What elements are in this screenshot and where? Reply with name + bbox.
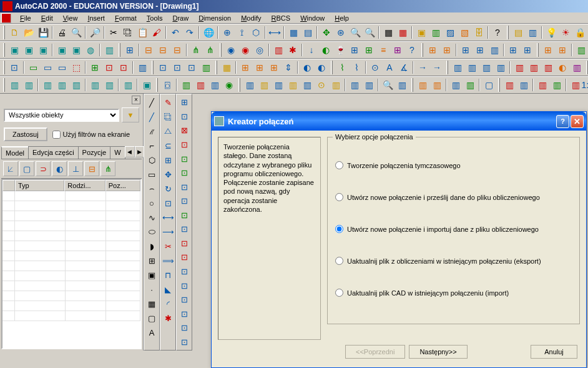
b27-icon[interactable]: ⊞ bbox=[426, 43, 439, 57]
v3-15-icon[interactable]: ⊡ bbox=[177, 293, 191, 307]
polygon-icon[interactable]: ⬡ bbox=[145, 153, 159, 167]
match-icon[interactable]: 🖌 bbox=[150, 26, 164, 39]
toolbar-grip[interactable] bbox=[215, 61, 217, 74]
table-row[interactable] bbox=[2, 311, 140, 321]
d30-icon[interactable]: ▢ bbox=[482, 78, 496, 92]
pline-icon[interactable]: ⌐ bbox=[145, 139, 159, 152]
c30-icon[interactable]: ▥ bbox=[479, 61, 493, 74]
point-icon[interactable]: · bbox=[145, 282, 159, 296]
endpoint-icon[interactable]: ⟟ bbox=[235, 26, 248, 39]
c27-icon[interactable]: → bbox=[430, 61, 444, 74]
circle-icon[interactable]: ○ bbox=[145, 196, 159, 210]
v3-9-icon[interactable]: ⊡ bbox=[177, 209, 191, 222]
c22-icon[interactable]: ⌇ bbox=[350, 61, 363, 74]
zoom-rt-icon[interactable]: ⊛ bbox=[334, 26, 348, 39]
t4-icon[interactable]: ▧ bbox=[458, 26, 471, 39]
c29-icon[interactable]: ▥ bbox=[465, 61, 479, 74]
mt4-icon[interactable]: ◐ bbox=[52, 161, 67, 176]
dialog-close-button[interactable]: ✕ bbox=[571, 115, 584, 128]
table-row[interactable] bbox=[2, 281, 140, 291]
sun-icon[interactable]: ☀ bbox=[559, 26, 572, 39]
xline-icon[interactable]: ╱ bbox=[145, 110, 159, 124]
d2-icon[interactable]: ▥ bbox=[22, 78, 36, 92]
d36-icon[interactable]: 1:20 bbox=[583, 78, 588, 92]
d16-icon[interactable]: ▥ bbox=[257, 78, 271, 92]
c28-icon[interactable]: ▥ bbox=[451, 61, 464, 74]
menu-draw[interactable]: Draw bbox=[167, 13, 194, 23]
b31-icon[interactable]: ▥ bbox=[488, 43, 501, 57]
b2-icon[interactable]: ▣ bbox=[22, 43, 36, 57]
b22-icon[interactable]: ⊞ bbox=[348, 43, 361, 57]
c16-icon[interactable]: ⊞ bbox=[253, 61, 267, 74]
mt1-icon[interactable]: ⟀ bbox=[3, 161, 18, 176]
c35-icon[interactable]: ◐ bbox=[556, 61, 569, 74]
radio-input-4[interactable] bbox=[335, 257, 343, 265]
toolbar-grip[interactable] bbox=[537, 43, 539, 57]
bulb-icon[interactable]: 💡 bbox=[544, 26, 558, 39]
b13-icon[interactable]: ⋔ bbox=[203, 43, 217, 57]
c24-icon[interactable]: A bbox=[383, 61, 396, 74]
menu-modify[interactable]: Modify bbox=[236, 13, 266, 23]
toolbar-grip[interactable] bbox=[156, 78, 158, 92]
menu-tools[interactable]: Tools bbox=[142, 13, 168, 23]
toolbar-grip[interactable] bbox=[411, 78, 413, 92]
erase-icon[interactable]: ✎ bbox=[161, 96, 175, 109]
spline-icon[interactable]: ∿ bbox=[145, 211, 159, 224]
offset-icon[interactable]: ⊆ bbox=[161, 139, 175, 152]
c25-icon[interactable]: ∡ bbox=[397, 61, 411, 74]
c15-icon[interactable]: ⊞ bbox=[238, 61, 252, 74]
menu-dimension[interactable]: Dimension bbox=[194, 13, 236, 23]
move-icon[interactable]: ✥ bbox=[161, 167, 175, 181]
b36-icon[interactable]: ▥ bbox=[574, 43, 588, 57]
b24-icon[interactable]: ≡ bbox=[376, 43, 390, 57]
zoom-prev-icon[interactable]: 🔍 bbox=[363, 26, 376, 39]
v3-3-icon[interactable]: ⊠ bbox=[177, 124, 191, 137]
dialog-cancel-button[interactable]: Anuluj bbox=[531, 345, 577, 359]
new-icon[interactable]: 🗋 bbox=[7, 26, 21, 39]
v3-1-icon[interactable]: ⊞ bbox=[177, 96, 191, 109]
v3-5-icon[interactable]: ⊡ bbox=[177, 152, 191, 166]
d19-icon[interactable]: ▥ bbox=[300, 78, 314, 92]
d17-icon[interactable]: ▥ bbox=[272, 78, 285, 92]
c32-icon[interactable]: ▥ bbox=[512, 61, 526, 74]
t1-icon[interactable]: ▣ bbox=[414, 26, 428, 39]
b30-icon[interactable]: ⊞ bbox=[473, 43, 487, 57]
c20-icon[interactable]: ◐ bbox=[315, 61, 328, 74]
v3-11-icon[interactable]: ⊡ bbox=[177, 237, 191, 251]
tab-model[interactable]: Model bbox=[1, 146, 29, 159]
c1-icon[interactable]: ⊡ bbox=[7, 61, 21, 74]
use-filters-checkbox[interactable] bbox=[52, 131, 61, 139]
array-icon[interactable]: ⊞ bbox=[161, 153, 175, 167]
c18-icon[interactable]: ⇕ bbox=[282, 61, 295, 74]
d24-icon[interactable]: 🔍 bbox=[381, 78, 394, 92]
radio-input-1[interactable] bbox=[335, 161, 343, 169]
c23-icon[interactable]: ⊙ bbox=[368, 61, 382, 74]
d31-icon[interactable]: ▥ bbox=[502, 78, 516, 92]
dist-icon[interactable]: ⟷ bbox=[268, 26, 282, 39]
b17-icon[interactable]: ▥ bbox=[272, 43, 285, 57]
d25-icon[interactable]: ▥ bbox=[395, 78, 409, 92]
v3-17-icon[interactable]: ⊡ bbox=[177, 321, 191, 335]
table-header-poz[interactable]: Poz... bbox=[105, 180, 140, 191]
toolbar-grip[interactable] bbox=[3, 43, 5, 57]
copy2-icon[interactable]: ⿻ bbox=[161, 110, 175, 124]
c9-icon[interactable]: ▥ bbox=[135, 61, 149, 74]
c14-icon[interactable]: ▦ bbox=[220, 61, 233, 74]
lock-icon[interactable]: 🔒 bbox=[573, 26, 587, 39]
c17-icon[interactable]: ⊞ bbox=[267, 61, 281, 74]
menu-file[interactable]: File bbox=[15, 13, 36, 23]
c2-icon[interactable]: ▭ bbox=[26, 61, 40, 74]
dialog-help-button[interactable]: ? bbox=[556, 115, 569, 128]
b18-icon[interactable]: ✱ bbox=[286, 43, 300, 57]
menu-insert[interactable]: Insert bbox=[82, 13, 110, 23]
b23-icon[interactable]: ⊞ bbox=[362, 43, 376, 57]
b19-icon[interactable]: ↓ bbox=[305, 43, 318, 57]
table-row[interactable] bbox=[2, 191, 140, 201]
block-icon[interactable]: ⊞ bbox=[145, 254, 159, 267]
tab-edit-part[interactable]: Edycja części bbox=[28, 146, 79, 159]
radio-input-2[interactable] bbox=[335, 193, 343, 201]
v3-18-icon[interactable]: ⊡ bbox=[177, 336, 191, 349]
tool-icon[interactable]: ▤ bbox=[301, 26, 315, 39]
paste-icon[interactable]: 📋 bbox=[135, 26, 149, 39]
b8-icon[interactable]: ⊞ bbox=[123, 43, 137, 57]
